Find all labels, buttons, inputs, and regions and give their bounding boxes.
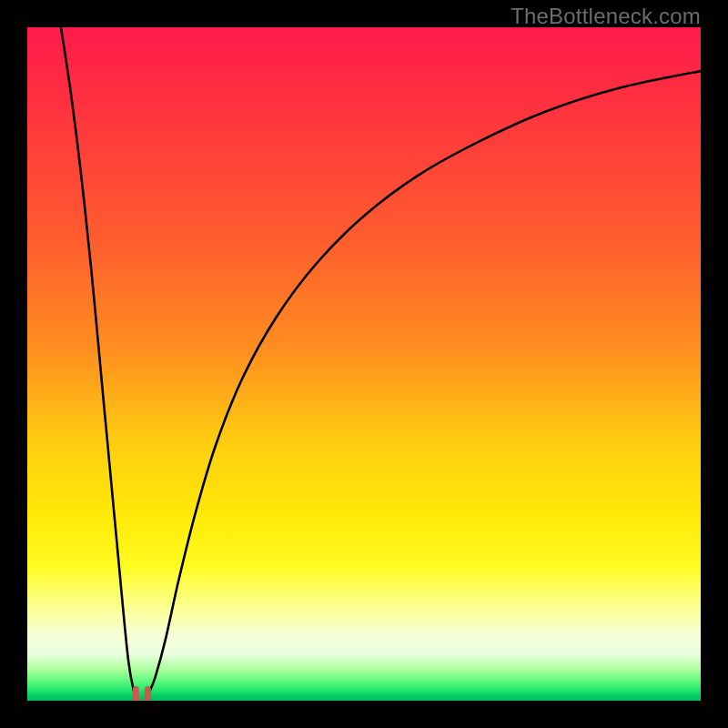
right-branch-curve <box>147 71 701 697</box>
left-branch-curve <box>61 27 136 697</box>
chart-frame: TheBottleneck.com <box>0 0 728 728</box>
curve-layer <box>27 27 701 701</box>
minimum-marker <box>136 689 147 701</box>
plot-area <box>27 27 701 701</box>
watermark-text: TheBottleneck.com <box>511 4 701 29</box>
